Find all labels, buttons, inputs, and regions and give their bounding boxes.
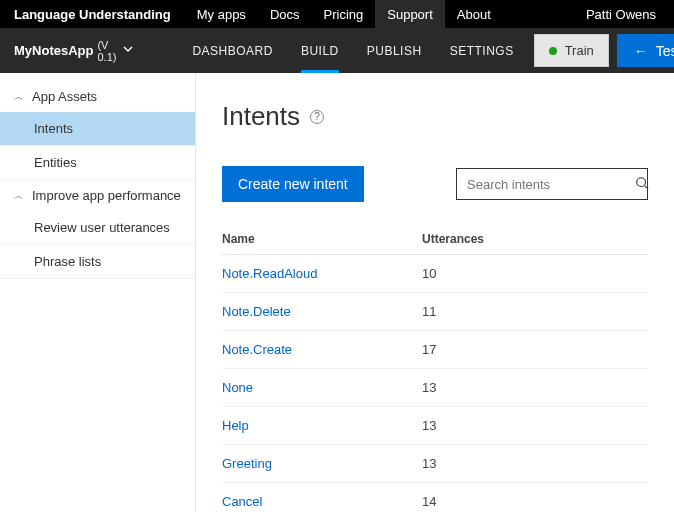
app-name-label: MyNotesApp xyxy=(14,43,93,58)
table-row: None13 xyxy=(222,369,648,407)
status-dot-icon xyxy=(549,47,557,55)
test-button[interactable]: ← Test xyxy=(617,34,674,67)
column-header-utterances[interactable]: Utterances xyxy=(422,232,648,246)
help-icon[interactable]: ? xyxy=(310,110,324,124)
main-tab[interactable]: BUILD xyxy=(287,28,353,73)
intent-name-link[interactable]: Note.ReadAloud xyxy=(222,266,422,281)
train-button[interactable]: Train xyxy=(534,34,609,67)
intent-name-link[interactable]: Note.Delete xyxy=(222,304,422,319)
content-area: ︿ App Assets IntentsEntities ︿ Improve a… xyxy=(0,73,674,512)
sidebar-item[interactable]: Intents xyxy=(0,112,195,146)
intents-table-header: Name Utterances xyxy=(222,232,648,255)
app-selector[interactable]: MyNotesApp (V 0.1) xyxy=(0,28,148,73)
intent-name-link[interactable]: Cancel xyxy=(222,494,422,509)
sidebar-item[interactable]: Entities xyxy=(0,146,195,180)
main-tab[interactable]: SETTINGS xyxy=(436,28,528,73)
table-row: Note.Delete11 xyxy=(222,293,648,331)
intent-utterance-count: 10 xyxy=(422,266,648,281)
topnav-item[interactable]: Docs xyxy=(258,0,312,28)
column-header-name[interactable]: Name xyxy=(222,232,422,246)
table-row: Cancel14 xyxy=(222,483,648,512)
intent-utterance-count: 17 xyxy=(422,342,648,357)
intent-utterance-count: 13 xyxy=(422,456,648,471)
topnav-item[interactable]: My apps xyxy=(185,0,258,28)
search-icon[interactable] xyxy=(635,176,649,193)
topnav-item[interactable]: Support xyxy=(375,0,445,28)
sidebar-item[interactable]: Phrase lists xyxy=(0,245,195,279)
sidebar-item[interactable]: Review user utterances xyxy=(0,211,195,245)
spacer xyxy=(503,0,568,28)
intent-utterance-count: 11 xyxy=(422,304,648,319)
intent-name-link[interactable]: Help xyxy=(222,418,422,433)
table-row: Help13 xyxy=(222,407,648,445)
sidebar: ︿ App Assets IntentsEntities ︿ Improve a… xyxy=(0,73,196,512)
table-row: Note.ReadAloud10 xyxy=(222,255,648,293)
sidebar-group-label: Improve app performance xyxy=(32,188,181,203)
page-title-text: Intents xyxy=(222,101,300,132)
main-panel: Intents ? Create new intent Name Utteran… xyxy=(196,73,674,512)
chevron-up-icon: ︿ xyxy=(14,189,24,203)
chevron-up-icon: ︿ xyxy=(14,90,24,104)
main-tabs: DASHBOARDBUILDPUBLISHSETTINGS xyxy=(178,28,527,73)
create-intent-button[interactable]: Create new intent xyxy=(222,166,364,202)
intent-utterance-count: 13 xyxy=(422,380,648,395)
svg-point-0 xyxy=(637,177,646,186)
svg-line-1 xyxy=(645,185,649,189)
arrow-left-icon: ← xyxy=(634,43,648,59)
page-title: Intents ? xyxy=(222,101,648,132)
chevron-down-icon xyxy=(122,43,134,58)
app-version-label: (V 0.1) xyxy=(97,39,116,63)
top-nav-bar: Language Understanding My appsDocsPricin… xyxy=(0,0,674,28)
topnav-item[interactable]: Pricing xyxy=(312,0,376,28)
search-intents-box[interactable] xyxy=(456,168,648,200)
train-button-label: Train xyxy=(565,43,594,58)
table-row: Note.Create17 xyxy=(222,331,648,369)
test-button-label: Test xyxy=(656,43,674,59)
main-tab[interactable]: DASHBOARD xyxy=(178,28,287,73)
sidebar-group-label: App Assets xyxy=(32,89,97,104)
app-bar: MyNotesApp (V 0.1) DASHBOARDBUILDPUBLISH… xyxy=(0,28,674,73)
user-name-label[interactable]: Patti Owens xyxy=(568,0,674,28)
intent-utterance-count: 14 xyxy=(422,494,648,509)
intent-name-link[interactable]: Note.Create xyxy=(222,342,422,357)
intent-name-link[interactable]: None xyxy=(222,380,422,395)
topnav-item[interactable]: About xyxy=(445,0,503,28)
sidebar-group-improve[interactable]: ︿ Improve app performance xyxy=(0,180,195,211)
brand-label: Language Understanding xyxy=(0,0,185,28)
main-tab[interactable]: PUBLISH xyxy=(353,28,436,73)
action-row: Create new intent xyxy=(222,166,648,202)
intent-name-link[interactable]: Greeting xyxy=(222,456,422,471)
intent-utterance-count: 13 xyxy=(422,418,648,433)
table-row: Greeting13 xyxy=(222,445,648,483)
search-input[interactable] xyxy=(467,177,635,192)
sidebar-group-app-assets[interactable]: ︿ App Assets xyxy=(0,81,195,112)
